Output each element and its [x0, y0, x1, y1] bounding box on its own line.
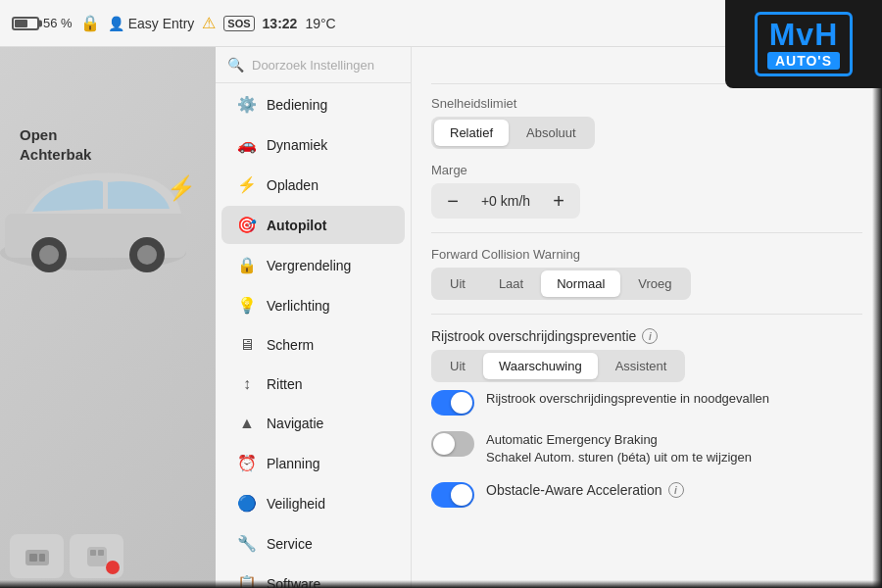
- marge-minus-button[interactable]: −: [439, 187, 466, 215]
- navigatie-icon: ▲: [237, 415, 257, 432]
- ritten-label: Ritten: [267, 376, 303, 392]
- settings-panel: 👤 Easy Entry ⚠ Snelheidslimiet Relatief …: [412, 47, 882, 588]
- aeb-toggle[interactable]: [431, 431, 474, 457]
- aeb-sublabel: Schakel Autom. sturen (béta) uit om te w…: [486, 449, 752, 466]
- dynamiek-label: Dynamiek: [267, 137, 327, 153]
- sidebar: 🔍 Doorzoek Instellingen ⚙️Bediening🚗Dyna…: [216, 47, 412, 588]
- obstacle-info-icon[interactable]: i: [668, 482, 684, 498]
- rijstrook-noodgevallen-toggle[interactable]: [431, 390, 474, 416]
- marge-plus-button[interactable]: +: [545, 187, 572, 215]
- divider-1: [431, 232, 862, 233]
- vergrendeling-label: Vergrendeling: [267, 258, 351, 273]
- svg-rect-7: [29, 554, 37, 562]
- svg-point-5: [137, 245, 157, 265]
- charge-indicator: ⚡: [167, 174, 196, 202]
- svg-rect-10: [90, 550, 96, 556]
- obstacle-row: Obstacle-Aware Acceleration i: [431, 474, 862, 515]
- car-panel: Open Achterbak ⚡: [0, 47, 216, 588]
- btn-uit[interactable]: Uit: [434, 270, 481, 297]
- aeb-toggle-knob: [433, 433, 455, 455]
- service-label: Service: [267, 536, 313, 552]
- veiligheid-icon: 🔵: [237, 494, 257, 513]
- sidebar-item-bediening[interactable]: ⚙️Bediening: [221, 85, 405, 123]
- rijstrook-label: Rijstrook overschrijdingspreventie i: [431, 328, 862, 344]
- btn-absoluut[interactable]: Absoluut: [511, 120, 592, 146]
- battery-percentage: 56 %: [43, 16, 73, 30]
- dark-bottom-overlay: [0, 580, 882, 588]
- verlichting-icon: 💡: [237, 296, 257, 315]
- fcw-label: Forward Collision Warning: [431, 247, 862, 262]
- btn-assistent[interactable]: Assistent: [600, 353, 683, 379]
- btn-rijstrook-uit[interactable]: Uit: [434, 353, 481, 379]
- svg-point-3: [39, 245, 59, 265]
- vergrendeling-icon: 🔒: [237, 256, 257, 274]
- aeb-row: Automatic Emergency Braking Schakel Auto…: [431, 423, 862, 474]
- sidebar-item-dynamiek[interactable]: 🚗Dynamiek: [221, 125, 405, 164]
- planning-label: Planning: [267, 456, 320, 471]
- mvh-logo-inner: MvH AUTO'S: [755, 12, 853, 76]
- opladen-icon: ⚡: [237, 175, 257, 194]
- obstacle-toggle-knob: [451, 484, 472, 506]
- user-icon: 👤: [108, 16, 124, 31]
- fcw-group: Uit Laat Normaal Vroeg: [431, 268, 691, 300]
- scherm-icon: 🖥: [237, 336, 257, 354]
- sidebar-item-navigatie[interactable]: ▲Navigatie: [221, 405, 405, 442]
- rijstrook-noodgevallen-row: Rijstrook overschrijdingspreventie in no…: [431, 382, 862, 423]
- rijstrook-noodgevallen-label: Rijstrook overschrijdingspreventie in no…: [486, 390, 769, 408]
- dynamiek-icon: 🚗: [237, 135, 257, 154]
- emergency-button: [106, 561, 120, 574]
- marge-label: Marge: [431, 163, 862, 177]
- control-right[interactable]: [70, 534, 123, 578]
- veiligheid-label: Veiligheid: [267, 496, 325, 512]
- sidebar-item-autopilot[interactable]: 🎯Autopilot: [221, 206, 405, 244]
- sidebar-item-veiligheid[interactable]: 🔵Veiligheid: [221, 484, 405, 522]
- search-container[interactable]: 🔍 Doorzoek Instellingen: [216, 47, 411, 83]
- bediening-label: Bediening: [267, 97, 327, 113]
- battery-indicator: 56 %: [12, 16, 73, 30]
- sidebar-item-ritten[interactable]: ↕Ritten: [221, 366, 405, 403]
- sidebar-item-opladen[interactable]: ⚡Opladen: [221, 166, 405, 204]
- obstacle-toggle[interactable]: [431, 482, 474, 508]
- car-svg: [0, 145, 201, 282]
- snelheidslimiet-label: Snelheidslimiet: [431, 96, 862, 111]
- main-content: Open Achterbak ⚡: [0, 47, 882, 588]
- sidebar-item-planning[interactable]: ⏰Planning: [221, 444, 405, 482]
- mvh-logo: MvH AUTO'S: [725, 0, 882, 88]
- svg-rect-9: [87, 547, 107, 566]
- btn-vroeg[interactable]: Vroeg: [622, 270, 687, 297]
- planning-icon: ⏰: [237, 454, 257, 472]
- sidebar-item-service[interactable]: 🔧Service: [221, 524, 405, 563]
- temperature: 19°C: [305, 16, 335, 31]
- sos-badge: SOS: [223, 16, 254, 31]
- btn-laat[interactable]: Laat: [483, 270, 539, 297]
- sidebar-item-vergrendeling[interactable]: 🔒Vergrendeling: [221, 246, 405, 284]
- marge-value: +0 km/h: [466, 193, 545, 209]
- mvh-logo-bottom: AUTO'S: [767, 52, 840, 70]
- aeb-label-group: Automatic Emergency Braking Schakel Auto…: [486, 431, 752, 466]
- battery-icon: [12, 17, 39, 30]
- verlichting-label: Verlichting: [267, 298, 330, 314]
- dark-right-overlay: [872, 0, 882, 588]
- car-image: Open Achterbak ⚡: [0, 47, 216, 588]
- svg-rect-8: [39, 554, 45, 562]
- scherm-label: Scherm: [267, 337, 314, 353]
- obstacle-label-group: Obstacle-Aware Acceleration i: [486, 482, 684, 498]
- mvh-logo-top: MvH: [769, 19, 839, 50]
- lock-icon: 🔒: [80, 14, 100, 32]
- profile-indicator[interactable]: 👤 Easy Entry: [108, 16, 195, 31]
- rijstrook-info-icon[interactable]: i: [642, 328, 658, 344]
- sidebar-item-scherm[interactable]: 🖥Scherm: [221, 326, 405, 364]
- snelheidslimiet-group: Relatief Absoluut: [431, 117, 595, 149]
- btn-waarschuwing[interactable]: Waarschuwing: [483, 353, 598, 379]
- divider-2: [431, 314, 862, 315]
- opladen-label: Opladen: [267, 177, 318, 193]
- autopilot-icon: 🎯: [237, 216, 257, 234]
- sidebar-item-verlichting[interactable]: 💡Verlichting: [221, 286, 405, 324]
- car-controls: [10, 534, 123, 578]
- warning-icon: ⚠: [202, 14, 216, 32]
- btn-relatief[interactable]: Relatief: [434, 120, 509, 146]
- search-placeholder: Doorzoek Instellingen: [252, 58, 374, 73]
- btn-normaal[interactable]: Normaal: [541, 270, 620, 297]
- control-left[interactable]: [10, 534, 64, 578]
- obstacle-label: Obstacle-Aware Acceleration: [486, 482, 662, 498]
